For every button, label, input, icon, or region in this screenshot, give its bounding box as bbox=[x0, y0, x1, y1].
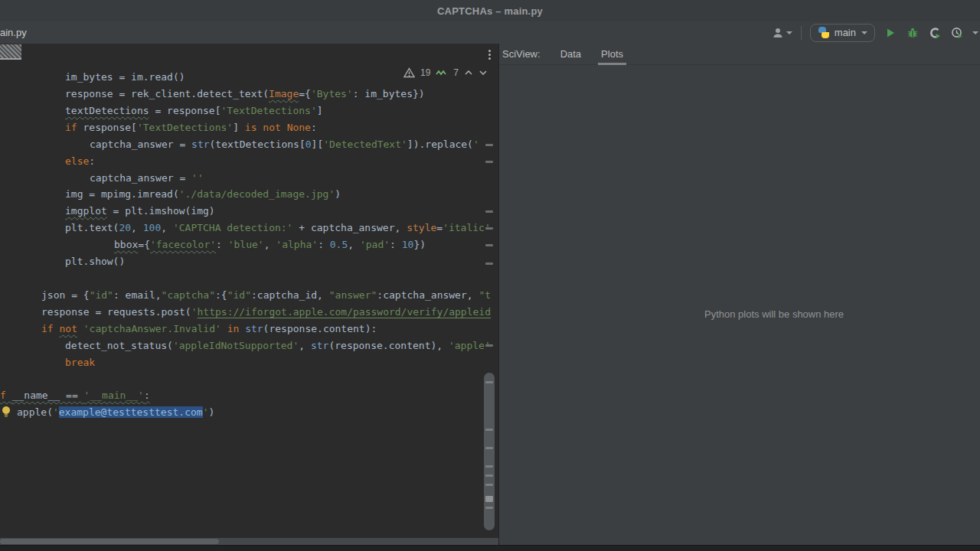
code-line[interactable]: im_bytes = im.read() bbox=[65, 70, 185, 84]
code-token: ][ bbox=[312, 139, 324, 150]
code-token: response = rek_client.detect_text( bbox=[65, 88, 269, 99]
profiler-button[interactable] bbox=[950, 26, 964, 40]
code-line[interactable]: response = rek_client.detect_text(Image=… bbox=[65, 87, 425, 101]
stripe-mark bbox=[485, 381, 493, 383]
code-token: , bbox=[348, 239, 360, 250]
code-token: None bbox=[287, 122, 311, 133]
code-token: str bbox=[245, 323, 263, 334]
code-token: : bbox=[318, 239, 330, 250]
code-token: 100 bbox=[143, 222, 161, 233]
code-token: : bbox=[311, 122, 317, 133]
code-token: "answer" bbox=[329, 289, 377, 301]
code-token: '__main__' bbox=[84, 390, 144, 401]
code-token: "id" bbox=[227, 289, 251, 301]
code-token: = response[ bbox=[149, 105, 221, 116]
sciview-label: SciView: bbox=[502, 48, 541, 60]
code-line[interactable]: else: bbox=[65, 155, 95, 168]
code-token: 'Bytes' bbox=[311, 88, 353, 99]
code-line[interactable]: detect_not_status('appleIdNotSupported',… bbox=[65, 339, 491, 353]
code-token: 'appleIdNotSupported' bbox=[173, 340, 299, 351]
code-token: detect_not_status( bbox=[65, 340, 173, 351]
error-stripe[interactable] bbox=[483, 44, 495, 533]
horizontal-scrollbar-thumb[interactable] bbox=[0, 539, 219, 544]
chevron-down-icon bbox=[786, 31, 792, 34]
code-token: ={ bbox=[138, 239, 150, 250]
run-config-selector[interactable]: main bbox=[810, 24, 875, 42]
stripe-mark bbox=[485, 227, 493, 230]
code-token: in bbox=[227, 323, 240, 334]
inspections-widget[interactable]: 19 7 bbox=[403, 67, 488, 78]
code-token: : bbox=[89, 155, 95, 167]
debug-button[interactable] bbox=[906, 26, 920, 40]
code-token bbox=[239, 323, 245, 334]
code-token bbox=[221, 323, 227, 334]
code-token: else bbox=[65, 155, 89, 167]
code-token: , bbox=[299, 340, 311, 351]
code-token: './data/decoded_image.jpg' bbox=[179, 188, 335, 200]
prev-issue-button[interactable] bbox=[464, 69, 473, 77]
user-icon bbox=[772, 27, 784, 39]
code-token bbox=[77, 323, 83, 334]
code-token: + captcha_answer, bbox=[292, 222, 407, 233]
code-token: : email, bbox=[113, 289, 162, 301]
code-token: im_bytes = im.read() bbox=[65, 71, 185, 83]
code-line[interactable]: img = mpimg.imread('./data/decoded_image… bbox=[65, 187, 341, 201]
code-token: : im_bytes}) bbox=[353, 88, 425, 99]
code-token: bbox bbox=[114, 239, 138, 250]
lightbulb-icon[interactable] bbox=[1, 405, 11, 419]
tab-plots[interactable]: Plots bbox=[599, 44, 625, 65]
code-line[interactable]: textDetections = response['TextDetection… bbox=[65, 104, 323, 118]
code-line[interactable]: break bbox=[65, 356, 95, 370]
code-token: , bbox=[161, 222, 173, 233]
code-line[interactable]: response = requests.post('https://iforgo… bbox=[41, 305, 491, 319]
code-token: str bbox=[311, 340, 328, 351]
code-line[interactable]: apple('example@testtesttest.com') bbox=[17, 406, 214, 419]
kebab-menu-icon[interactable] bbox=[484, 47, 495, 61]
editor-tab[interactable]: ain.py bbox=[0, 27, 27, 38]
code-editor[interactable]: im_bytes = im.read()response = rek_clien… bbox=[0, 44, 499, 545]
code-token: (response.content): bbox=[263, 323, 377, 334]
bug-icon bbox=[906, 27, 919, 39]
horizontal-scrollbar[interactable] bbox=[0, 538, 499, 545]
code-token: 'alpha' bbox=[276, 239, 318, 250]
code-area[interactable]: im_bytes = im.read()response = rek_clien… bbox=[0, 44, 499, 545]
code-token: ={ bbox=[299, 88, 311, 99]
code-token: ] bbox=[317, 105, 323, 116]
code-token: captcha_answer = bbox=[90, 139, 191, 150]
stripe-mark bbox=[485, 210, 493, 213]
code-line[interactable]: bbox={'facecolor': 'blue', 'alpha': 0.5,… bbox=[114, 238, 426, 252]
code-token: ' bbox=[53, 406, 59, 418]
toolbar-right: main bbox=[772, 21, 978, 44]
code-line[interactable]: f __name__ == '__main__': bbox=[0, 389, 150, 403]
code-line[interactable]: captcha_answer = str(textDetections[0]['… bbox=[90, 138, 479, 152]
code-line[interactable]: if response['TextDetections'] is not Non… bbox=[65, 121, 317, 135]
code-token: not bbox=[59, 323, 77, 334]
code-line[interactable]: plt.text(20, 100, 'CAPTCHA detection:' +… bbox=[65, 221, 491, 235]
code-token: response[ bbox=[77, 122, 137, 133]
code-token: , bbox=[131, 222, 143, 233]
code-token: plt.text( bbox=[65, 222, 119, 233]
more-run-options-icon[interactable] bbox=[972, 31, 978, 34]
code-line[interactable]: json = {"id": email,"captcha":{"id":capt… bbox=[41, 289, 491, 302]
stripe-mark bbox=[485, 262, 493, 265]
tab-data[interactable]: Data bbox=[559, 44, 583, 65]
code-token: ) bbox=[335, 188, 341, 200]
window-title: CAPTCHAs – main.py bbox=[437, 5, 543, 17]
run-button[interactable] bbox=[884, 26, 897, 40]
code-line[interactable]: if not 'captchaAnswer.Invalid' in str(re… bbox=[41, 322, 377, 336]
code-line[interactable]: imgplot = plt.imshow(img) bbox=[65, 204, 215, 218]
code-token: 20 bbox=[119, 222, 131, 233]
code-line[interactable]: captcha_answer = '' bbox=[90, 171, 204, 185]
stripe-mark bbox=[485, 474, 493, 477]
code-token: f bbox=[0, 390, 12, 401]
code-token: 'captchaAnswer.Invalid' bbox=[83, 323, 221, 334]
code-token: style bbox=[407, 222, 436, 233]
user-dropdown[interactable] bbox=[772, 27, 792, 39]
code-token: ]).replace( bbox=[407, 139, 473, 150]
code-line[interactable]: plt.show() bbox=[65, 255, 125, 269]
coverage-button[interactable] bbox=[928, 26, 942, 40]
code-token: :captcha_answer, bbox=[377, 289, 479, 301]
code-token: __name__ bbox=[12, 390, 60, 401]
code-token: ] bbox=[233, 122, 245, 133]
toolbar-divider bbox=[801, 26, 802, 40]
